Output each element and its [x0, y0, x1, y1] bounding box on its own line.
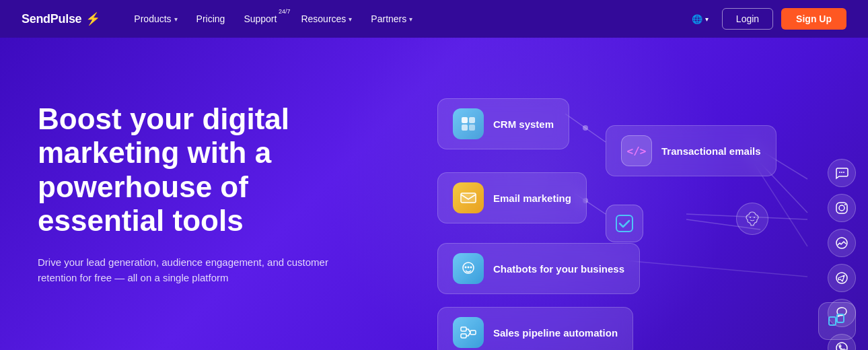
feature-card-chatbot[interactable]: Chatbots for your business	[437, 243, 640, 294]
messenger-icon	[828, 229, 856, 257]
feature-card-check[interactable]	[606, 205, 643, 242]
svg-line-0	[565, 114, 606, 142]
svg-point-25	[754, 217, 755, 218]
svg-rect-36	[837, 314, 844, 322]
nav-item-partners[interactable]: Partners ▾	[361, 0, 422, 38]
svg-rect-20	[461, 327, 466, 331]
chevron-down-icon: ▾	[705, 15, 709, 23]
sales-icon	[453, 317, 484, 348]
login-button[interactable]: Login	[722, 8, 773, 30]
svg-point-24	[750, 217, 751, 218]
logo[interactable]: SendPulse ⚡	[22, 11, 100, 26]
chatbot-label: Chatbots for your business	[493, 263, 624, 275]
globe-icon: 🌐	[692, 14, 702, 24]
svg-point-27	[841, 172, 842, 173]
feature-card-partial[interactable]	[818, 302, 856, 340]
email-icon	[453, 182, 484, 213]
logo-text: SendPulse	[22, 12, 81, 26]
feature-card-sales[interactable]: Sales pipeline automation	[437, 307, 633, 350]
chat-bubble-icon	[828, 159, 856, 187]
nav-right: 🌐 ▾ Login Sign Up	[686, 8, 846, 30]
svg-point-1	[583, 125, 588, 131]
svg-point-19	[470, 267, 472, 269]
svg-point-30	[839, 205, 844, 211]
signup-button[interactable]: Sign Up	[781, 8, 846, 30]
navigation: SendPulse ⚡ Products ▾ Pricing Support 2…	[0, 0, 868, 38]
logo-icon: ⚡	[85, 11, 100, 26]
chatbot-icon	[453, 253, 484, 284]
svg-rect-13	[469, 125, 475, 131]
svg-rect-10	[462, 117, 468, 123]
svg-rect-23	[616, 215, 632, 232]
crm-label: CRM system	[493, 118, 554, 130]
email-label: Email marketing	[493, 193, 571, 204]
chevron-down-icon: ▾	[174, 15, 178, 23]
nav-item-support[interactable]: Support 24/7	[234, 0, 291, 38]
svg-point-31	[844, 204, 846, 205]
transact-label: Transactional emails	[661, 145, 761, 157]
hero-subtitle: Drive your lead generation, audience eng…	[38, 254, 334, 286]
crm-icon	[453, 108, 484, 139]
transact-icon: </>	[621, 135, 652, 166]
svg-rect-12	[462, 125, 468, 131]
sales-label: Sales pipeline automation	[493, 327, 618, 339]
hero-left: Boost your digital marketing with a powe…	[0, 102, 377, 286]
svg-point-26	[839, 172, 840, 173]
nav-item-products[interactable]: Products ▾	[124, 0, 186, 38]
svg-rect-11	[469, 117, 475, 123]
chevron-down-icon: ▾	[409, 15, 412, 23]
ai-icon[interactable]	[736, 203, 768, 235]
svg-rect-22	[470, 330, 476, 335]
hero-title: Boost your digital marketing with a powe…	[38, 102, 377, 238]
instagram-icon	[828, 194, 856, 222]
nav-item-resources[interactable]: Resources ▾	[291, 0, 361, 38]
svg-rect-21	[461, 334, 466, 338]
svg-point-28	[843, 172, 844, 173]
feature-card-crm[interactable]: CRM system	[437, 98, 569, 149]
svg-rect-35	[829, 317, 836, 325]
language-selector[interactable]: 🌐 ▾	[686, 10, 714, 28]
svg-point-17	[465, 267, 467, 269]
nav-links: Products ▾ Pricing Support 24/7 Resource…	[124, 0, 686, 38]
nav-item-pricing[interactable]: Pricing	[187, 0, 235, 38]
svg-point-18	[468, 267, 470, 269]
hero-section: Boost your digital marketing with a powe…	[0, 38, 868, 350]
feature-card-email[interactable]: Email marketing	[437, 172, 587, 223]
telegram-icon	[828, 264, 856, 292]
feature-card-transact[interactable]: </> Transactional emails	[606, 125, 776, 176]
chevron-down-icon: ▾	[349, 15, 352, 23]
svg-rect-14	[461, 193, 476, 203]
hero-right: CRM system Email marketing	[397, 38, 868, 350]
